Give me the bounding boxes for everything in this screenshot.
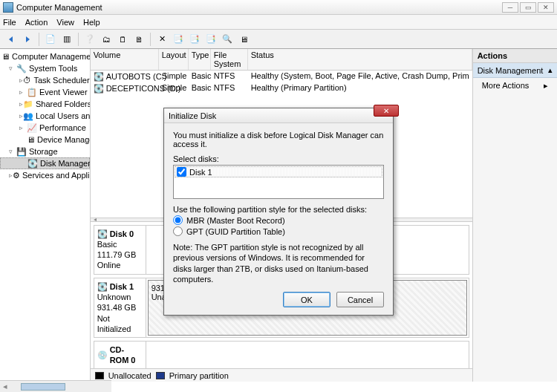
tree-services[interactable]: ▹⚙Services and Applications <box>0 169 90 181</box>
col-type[interactable]: Type <box>189 49 211 70</box>
delete-button[interactable]: ✕ <box>155 33 169 46</box>
help-button[interactable]: ❔ <box>83 33 97 46</box>
toolbar: 📄 ▥ ❔ 🗂 🗒 🗎 ✕ 📑 📑 📑 🔍 🖥 <box>0 30 557 49</box>
tree-performance[interactable]: ▹📈Performance <box>0 122 90 134</box>
col-layout[interactable]: Layout <box>159 49 189 70</box>
partition-style-label: Use the following partition style for th… <box>173 205 384 214</box>
tree-root[interactable]: 🖥Computer Management (Local <box>0 50 90 62</box>
tree-hscroll[interactable]: ◂ <box>0 380 91 382</box>
dialog-message: You must initialize a disk before Logica… <box>173 131 384 148</box>
tool-b[interactable]: 📑 <box>188 33 201 46</box>
app-icon <box>3 2 13 13</box>
col-volume[interactable]: Volume <box>91 49 159 70</box>
menu-help[interactable]: Help <box>83 18 100 27</box>
menu-bar: File Action View Help <box>0 15 557 30</box>
tool-d[interactable]: 🔍 <box>221 33 234 46</box>
legend-primary-swatch <box>156 372 165 379</box>
select-disks-label: Select disks: <box>173 154 384 163</box>
gpt-radio-row[interactable]: GPT (GUID Partition Table) <box>173 226 384 236</box>
dialog-close-button[interactable]: ✕ <box>374 105 399 117</box>
prop-button[interactable]: 🗎 <box>132 33 146 46</box>
tree-disk-management[interactable]: 💽Disk Management <box>0 157 90 169</box>
actions-header: Actions <box>473 49 557 63</box>
collapse-icon: ▴ <box>548 65 553 75</box>
menu-view[interactable]: View <box>56 18 74 27</box>
disk-icon: 💽 <box>97 229 108 239</box>
tree-system-tools[interactable]: ▿🔧System Tools <box>0 62 90 74</box>
drive-icon: 💽 <box>94 83 104 94</box>
cdrom-row[interactable]: 💿CD-ROM 0 DVD (E:) No Media <box>94 341 469 368</box>
more-actions[interactable]: More Actions ▸ <box>473 78 557 94</box>
nav-tree[interactable]: 🖥Computer Management (Local ▿🔧System Too… <box>0 49 91 382</box>
minimize-button[interactable]: ─ <box>502 2 518 13</box>
cd-icon: 💿 <box>97 350 108 360</box>
tree-local-users[interactable]: ▹👥Local Users and Groups <box>0 110 90 122</box>
initialize-disk-dialog: Initialize Disk ✕ You must initialize a … <box>163 108 394 316</box>
tool-a[interactable]: 📑 <box>172 33 185 46</box>
chevron-right-icon: ▸ <box>544 81 548 91</box>
tree-task-scheduler[interactable]: ▹⏱Task Scheduler <box>0 74 90 86</box>
menu-file[interactable]: File <box>3 18 16 27</box>
close-button[interactable]: ✕ <box>538 2 554 13</box>
disk-select-list[interactable]: Disk 1 <box>173 165 384 199</box>
tool-e[interactable]: 🖥 <box>237 33 250 46</box>
volume-row[interactable]: 💽AUTOBOTS (C:) Simple Basic NTFS Healthy… <box>91 71 472 82</box>
mbr-radio[interactable] <box>173 215 183 225</box>
maximize-button[interactable]: ▭ <box>520 2 536 13</box>
col-status[interactable]: Status <box>248 49 472 70</box>
window-titlebar: Computer Management ─ ▭ ✕ <box>0 0 557 15</box>
tree-device-manager[interactable]: 🖥Device Manager <box>0 134 90 146</box>
col-filesystem[interactable]: File System <box>211 49 248 70</box>
forward-button[interactable] <box>21 33 34 46</box>
dialog-titlebar[interactable]: Initialize Disk ✕ <box>164 108 393 123</box>
back-button[interactable] <box>4 33 18 46</box>
volume-row[interactable]: 💽DECEPTICONS (D:) Simple Basic NTFS Heal… <box>91 82 472 94</box>
disk1-checkbox[interactable] <box>177 167 186 177</box>
legend: Unallocated Primary partition <box>91 368 472 382</box>
tree-shared-folders[interactable]: ▹📁Shared Folders <box>0 98 90 110</box>
volume-list-header: Volume Layout Type File System Status <box>91 49 472 71</box>
dialog-title: Initialize Disk <box>169 111 216 120</box>
cancel-button[interactable]: Cancel <box>336 292 384 307</box>
window-title: Computer Management <box>16 3 501 12</box>
drive-icon: 💽 <box>94 71 104 82</box>
mbr-radio-row[interactable]: MBR (Master Boot Record) <box>173 215 384 225</box>
tree-storage[interactable]: ▿💾Storage <box>0 146 90 157</box>
tool-c[interactable]: 📑 <box>204 33 218 46</box>
actions-pane: Actions Disk Management ▴ More Actions ▸ <box>473 49 557 382</box>
gpt-radio[interactable] <box>173 226 183 236</box>
legend-unalloc-swatch <box>95 372 104 379</box>
dialog-note: Note: The GPT partition style is not rec… <box>173 242 384 284</box>
ok-button[interactable]: OK <box>283 292 330 307</box>
up-button[interactable]: 📄 <box>44 33 57 46</box>
tree-event-viewer[interactable]: ▹📋Event Viewer <box>0 86 90 98</box>
show-hide-button[interactable]: ▥ <box>60 33 74 46</box>
disk1-checkbox-row[interactable]: Disk 1 <box>175 166 382 177</box>
action-button[interactable]: 🗒 <box>116 33 129 46</box>
disk-icon: 💽 <box>97 281 108 292</box>
refresh-button[interactable]: 🗂 <box>100 33 113 46</box>
actions-section[interactable]: Disk Management ▴ <box>473 63 557 78</box>
menu-action[interactable]: Action <box>25 18 48 27</box>
